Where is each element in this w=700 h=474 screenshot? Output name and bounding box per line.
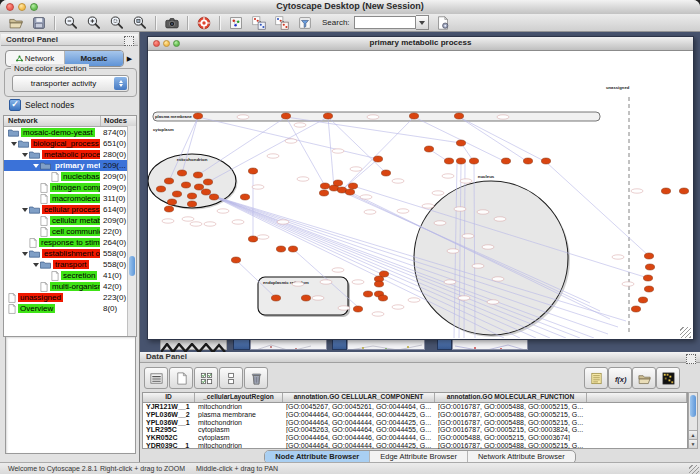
attribute-new-icon[interactable] xyxy=(169,367,193,389)
network-node[interactable] xyxy=(320,183,329,189)
table-row[interactable]: YLR295Ccytoplasm[GO:0045263, GO:0044464,… xyxy=(143,426,687,434)
float-panel-icon[interactable] xyxy=(124,36,134,46)
network-node[interactable] xyxy=(203,179,212,185)
float-panel-icon[interactable] xyxy=(686,354,696,364)
table-scrollbar-thumb[interactable] xyxy=(690,395,696,417)
network-window-titlebar[interactable]: primary metabolic process xyxy=(148,37,693,51)
tree-row[interactable]: nucleobase-209(0) xyxy=(4,171,136,182)
network-node[interactable] xyxy=(271,295,280,301)
network-node[interactable] xyxy=(193,172,202,178)
network-node[interactable] xyxy=(644,286,653,292)
network-node[interactable] xyxy=(444,158,453,164)
network-node[interactable] xyxy=(181,182,190,188)
tree-row[interactable]: transport558(0) xyxy=(4,259,136,270)
network-node[interactable] xyxy=(301,295,310,301)
attribute-checklist-icon[interactable] xyxy=(194,367,218,389)
network-node[interactable] xyxy=(363,291,372,297)
network-node[interactable] xyxy=(167,199,176,205)
network-node[interactable] xyxy=(187,193,196,199)
network-node[interactable] xyxy=(661,188,670,194)
expander-icon[interactable] xyxy=(10,142,17,146)
tree-scrollbar[interactable] xyxy=(127,126,136,336)
tree-row[interactable]: nitrogen compo209(0) xyxy=(4,182,136,193)
zoom-out-icon[interactable] xyxy=(61,14,80,31)
scroll-up-icon[interactable]: ▲ xyxy=(689,430,697,439)
network-node[interactable] xyxy=(248,168,257,174)
table-row[interactable]: YPL036W__1mitochondrion[GO:0044464, GO:0… xyxy=(143,418,687,426)
expander-icon[interactable] xyxy=(21,252,28,256)
attribute-select-icon[interactable] xyxy=(144,367,168,389)
network-node[interactable] xyxy=(456,140,465,146)
tree-row[interactable]: metabolic process280(0) xyxy=(4,149,136,160)
annotation-a-icon[interactable] xyxy=(249,14,268,31)
network-node[interactable] xyxy=(643,275,652,281)
network-node[interactable] xyxy=(345,189,354,195)
tree-row[interactable]: secretion41(0) xyxy=(4,270,136,281)
network-node[interactable] xyxy=(248,236,257,242)
attribute-delete-icon[interactable] xyxy=(244,367,268,389)
network-node[interactable] xyxy=(454,113,463,119)
network-node[interactable] xyxy=(333,180,342,186)
table-scrollbar-arrows[interactable]: ▲▼ xyxy=(689,430,697,448)
birdseye-icon[interactable] xyxy=(226,14,245,31)
tree-row[interactable]: cellular metabol209(0) xyxy=(4,215,136,226)
tree-row[interactable]: primary metabo209(... xyxy=(4,160,136,171)
notes-icon[interactable] xyxy=(584,367,608,389)
network-node[interactable] xyxy=(456,158,465,164)
network-node[interactable] xyxy=(374,281,383,287)
tree-row[interactable]: macromolecule311(0) xyxy=(4,193,136,204)
network-node[interactable] xyxy=(187,201,196,207)
tree-row[interactable]: establishment of lo558(0) xyxy=(4,248,136,259)
formula-icon[interactable]: f(x) xyxy=(608,367,632,389)
tree-scrollbar-thumb[interactable] xyxy=(129,256,135,276)
tree-row[interactable]: response to stimulu264(0) xyxy=(4,237,136,248)
zoom-fit-icon[interactable] xyxy=(130,14,149,31)
network-node[interactable] xyxy=(194,184,203,190)
network-node[interactable] xyxy=(644,253,653,259)
tree-row[interactable]: unassigned223(0) xyxy=(4,292,136,303)
table-row[interactable]: YJR121W__1mitochondrion[GO:0045267, GO:0… xyxy=(143,403,687,411)
network-node[interactable] xyxy=(424,146,433,152)
network-node[interactable] xyxy=(323,113,332,119)
tree-row[interactable]: cellular process614(0) xyxy=(4,204,136,215)
import-attr-icon[interactable] xyxy=(632,367,656,389)
network-node[interactable] xyxy=(209,194,218,200)
network-node[interactable] xyxy=(638,297,647,303)
network-node[interactable] xyxy=(156,186,165,192)
network-node[interactable] xyxy=(164,178,173,184)
network-node[interactable] xyxy=(276,246,285,252)
search-input[interactable] xyxy=(354,16,416,29)
network-node[interactable] xyxy=(469,158,478,164)
search-dropdown-arrow-icon[interactable] xyxy=(416,15,429,30)
save-session-icon[interactable] xyxy=(29,14,48,31)
birdseye-view-panel[interactable] xyxy=(5,336,136,454)
annotation-b-icon[interactable] xyxy=(272,14,291,31)
network-node[interactable] xyxy=(645,264,654,270)
network-node[interactable] xyxy=(409,113,418,119)
network-node[interactable] xyxy=(523,158,532,164)
scroll-down-icon[interactable]: ▼ xyxy=(689,439,697,448)
network-canvas[interactable]: plasma membranecytoplasmmitochondrionnuc… xyxy=(148,51,691,338)
network-node[interactable] xyxy=(378,295,387,301)
network-node[interactable] xyxy=(172,191,181,197)
network-node[interactable] xyxy=(381,170,390,176)
network-node[interactable] xyxy=(164,206,173,212)
network-node[interactable] xyxy=(348,183,357,189)
app-resize-grip[interactable] xyxy=(689,465,699,474)
network-node[interactable] xyxy=(193,113,202,119)
table-row[interactable]: YPL036W__2plasma membrane[GO:0044464, GO… xyxy=(143,411,687,419)
expander-icon[interactable] xyxy=(32,263,39,267)
table-scrollbar[interactable]: ▲▼ xyxy=(688,392,698,449)
network-node[interactable] xyxy=(631,306,640,312)
window-resize-grip[interactable] xyxy=(680,327,691,338)
network-node[interactable] xyxy=(541,158,550,164)
network-node[interactable] xyxy=(319,190,328,196)
tree-row[interactable]: multi-organism pro42(0) xyxy=(4,281,136,292)
network-node[interactable] xyxy=(353,306,362,312)
help-ring-icon[interactable] xyxy=(194,14,213,31)
network-node[interactable] xyxy=(501,158,510,164)
expander-icon[interactable] xyxy=(32,164,39,168)
network-node[interactable] xyxy=(373,156,382,162)
network-node[interactable] xyxy=(288,246,297,252)
zoom-in-icon[interactable] xyxy=(84,14,103,31)
